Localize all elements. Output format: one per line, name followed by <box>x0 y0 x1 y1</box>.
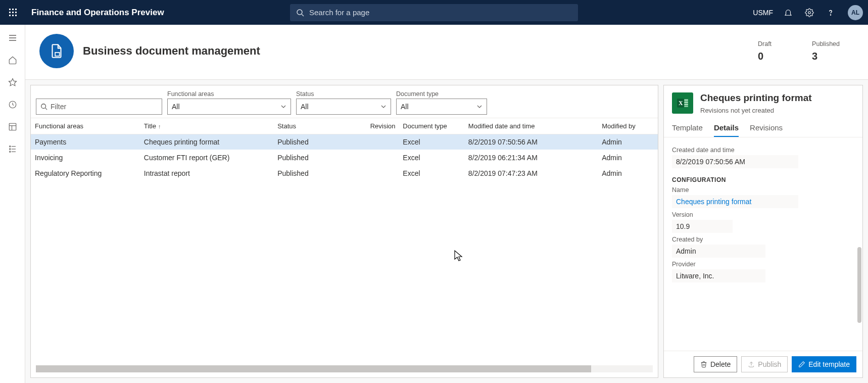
cell-status: Published <box>273 166 366 181</box>
trash-icon <box>700 361 707 368</box>
cell-title: Customer FTI report (GER) <box>140 150 273 166</box>
col-title[interactable]: Title↑ <box>140 118 273 134</box>
svg-rect-7 <box>12 15 14 16</box>
filter-input[interactable] <box>51 103 158 111</box>
filter-box[interactable] <box>36 99 162 115</box>
version-label: Version <box>672 211 854 218</box>
svg-rect-18 <box>9 123 16 130</box>
tab-revisions[interactable]: Revisions <box>750 123 783 137</box>
created-value: 8/2/2019 07:50:56 AM <box>672 155 798 168</box>
modules-icon[interactable] <box>7 143 19 155</box>
functional-areas-select[interactable]: All <box>167 99 291 115</box>
tab-details[interactable]: Details <box>714 123 739 137</box>
cell-modified: 8/2/2019 07:50:56 AM <box>464 134 598 150</box>
publish-button: Publish <box>741 356 788 372</box>
sort-asc-icon: ↑ <box>158 123 161 129</box>
cell-status: Published <box>273 134 366 150</box>
svg-rect-27 <box>55 53 60 56</box>
settings-icon[interactable] <box>803 7 815 19</box>
cell-by: Admin <box>598 150 658 166</box>
svg-rect-8 <box>15 15 17 16</box>
cell-revision <box>366 150 399 166</box>
svg-point-28 <box>41 104 46 109</box>
col-modified[interactable]: Modified date and time <box>464 118 598 134</box>
company-code[interactable]: USMF <box>753 9 773 17</box>
col-revision[interactable]: Revision <box>366 118 399 134</box>
svg-rect-1 <box>12 9 14 10</box>
horizontal-scrollbar[interactable] <box>36 365 653 372</box>
user-avatar[interactable]: AL <box>848 5 863 20</box>
table-header-row: Functional areas Title↑ Status Revision … <box>31 118 658 134</box>
svg-rect-33 <box>684 102 688 103</box>
svg-rect-32 <box>684 99 688 101</box>
cell-by: Admin <box>598 134 658 150</box>
detail-title: Cheques printing format <box>700 92 812 104</box>
documents-grid-card: Functional areas All Status All <box>30 85 658 378</box>
page-header: Business document management Draft 0 Pub… <box>25 25 868 80</box>
provider-label: Provider <box>672 261 854 268</box>
page-title: Business document management <box>83 44 260 58</box>
doctype-select[interactable]: All <box>396 99 487 115</box>
svg-rect-6 <box>9 15 11 16</box>
recent-icon[interactable] <box>7 99 19 111</box>
stat-published-value: 3 <box>812 51 840 62</box>
documents-table: Functional areas Title↑ Status Revision … <box>31 118 658 181</box>
svg-marker-16 <box>9 79 16 86</box>
table-row[interactable]: Payments Cheques printing format Publish… <box>31 134 658 150</box>
createdby-label: Created by <box>672 236 854 243</box>
app-launcher-icon[interactable] <box>5 5 21 21</box>
svg-rect-3 <box>9 12 11 13</box>
table-row[interactable]: Regulatory Reporting Intrastat report Pu… <box>31 166 658 181</box>
favorites-icon[interactable] <box>7 76 19 88</box>
detail-tabs: Template Details Revisions <box>664 116 862 137</box>
workspaces-icon[interactable] <box>7 121 19 133</box>
stat-draft: Draft 0 <box>758 40 771 62</box>
hamburger-icon[interactable] <box>7 32 19 44</box>
svg-rect-5 <box>15 12 17 13</box>
svg-rect-4 <box>12 12 14 13</box>
cell-doctype: Excel <box>399 150 464 166</box>
doctype-filter-label: Document type <box>396 90 487 98</box>
status-filter-label: Status <box>296 90 391 98</box>
doctype-value: All <box>401 103 409 111</box>
name-value-link[interactable]: Cheques printing format <box>672 195 798 208</box>
svg-line-10 <box>302 14 304 16</box>
col-status[interactable]: Status <box>273 118 366 134</box>
chevron-down-icon <box>380 104 387 110</box>
table-row[interactable]: Invoicing Customer FTI report (GER) Publ… <box>31 150 658 166</box>
cell-func: Invoicing <box>31 150 140 166</box>
svg-rect-34 <box>684 104 688 105</box>
search-icon <box>296 9 304 17</box>
app-title: Finance and Operations Preview <box>31 8 164 18</box>
cell-revision <box>366 166 399 181</box>
notifications-icon[interactable] <box>782 7 794 19</box>
col-functional-areas[interactable]: Functional areas <box>31 118 140 134</box>
home-icon[interactable] <box>7 54 19 66</box>
chevron-down-icon <box>476 104 483 110</box>
col-modifiedby[interactable]: Modified by <box>598 118 658 134</box>
stat-published: Published 3 <box>812 40 840 62</box>
col-doctype[interactable]: Document type <box>399 118 464 134</box>
details-pane: X Cheques printing format Revisions not … <box>663 85 863 378</box>
help-icon[interactable] <box>825 7 837 19</box>
svg-rect-0 <box>9 9 11 10</box>
search-input[interactable] <box>309 8 572 17</box>
tab-template[interactable]: Template <box>672 123 703 137</box>
status-value: All <box>301 103 309 111</box>
stat-draft-value: 0 <box>758 51 771 62</box>
functional-areas-label: Functional areas <box>167 90 291 98</box>
createdby-value: Admin <box>672 245 765 258</box>
excel-icon: X <box>672 92 693 114</box>
status-select[interactable]: All <box>296 99 391 115</box>
svg-point-11 <box>808 11 811 14</box>
cell-func: Payments <box>31 134 140 150</box>
delete-button[interactable]: Delete <box>694 356 737 372</box>
search-box[interactable] <box>290 4 578 21</box>
svg-point-21 <box>9 146 10 147</box>
edit-template-button[interactable]: Edit template <box>792 356 856 372</box>
vertical-scrollbar[interactable] <box>857 247 861 323</box>
svg-point-23 <box>9 151 10 152</box>
version-value: 10.9 <box>672 220 733 233</box>
svg-rect-2 <box>15 9 17 10</box>
page-icon <box>39 34 74 68</box>
